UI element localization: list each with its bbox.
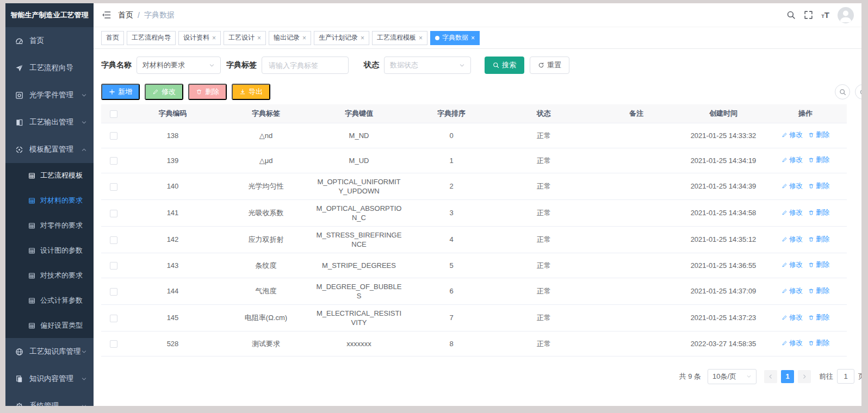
component-icon [15, 91, 23, 99]
sidebar-item-process-output[interactable]: 工艺输出管理 [5, 109, 94, 136]
edit-button[interactable]: 修改 [145, 84, 183, 100]
delete-button[interactable]: 删除 [188, 84, 227, 100]
fullscreen-icon[interactable] [804, 10, 813, 20]
close-icon[interactable]: × [471, 35, 475, 41]
add-button[interactable]: 新增 [101, 84, 140, 100]
gear-icon [15, 402, 23, 406]
font-size-icon[interactable]: TT [821, 11, 829, 19]
current-page-button[interactable]: 1 [781, 370, 794, 383]
sidebar-item-design-drawing-params[interactable]: 设计图的参数 [5, 238, 94, 263]
row-edit-link[interactable]: 修改 [782, 235, 803, 244]
cell-label: 电阻率(Ω.cm) [219, 304, 313, 331]
cell-key: xxxxxxx [313, 331, 405, 356]
reset-button[interactable]: 重置 [530, 57, 569, 74]
row-checkbox[interactable] [110, 262, 117, 270]
row-edit-link[interactable]: 修改 [782, 313, 803, 322]
avatar[interactable] [838, 7, 854, 23]
pencil-icon [782, 288, 788, 294]
tab-output-records[interactable]: 输出记录× [269, 31, 311, 45]
row-delete-link[interactable]: 删除 [808, 182, 829, 191]
close-icon[interactable]: × [419, 35, 423, 41]
row-delete-link[interactable]: 删除 [808, 130, 829, 140]
tab-process-flow-template[interactable]: 工艺流程模板× [372, 31, 427, 45]
tab-dictionary-data[interactable]: 字典数据× [430, 31, 480, 45]
row-edit-link[interactable]: 修改 [782, 260, 803, 270]
sidebar-item-optical-parts[interactable]: 光学零件管理 [5, 82, 94, 109]
dict-name-select[interactable]: 对材料的要求 [137, 57, 221, 74]
dictionary-data-table: 字典编码 字典标签 字典键值 字典排序 状态 备注 创建时间 操作 138 △ [101, 104, 847, 356]
page-size-select[interactable]: 10条/页 [708, 369, 757, 384]
next-page-button[interactable] [798, 370, 811, 383]
tab-process-design[interactable]: 工艺设计× [224, 31, 266, 45]
cell-actions: 修改删除 [764, 173, 847, 199]
row-delete-link[interactable]: 删除 [808, 235, 829, 244]
row-edit-link[interactable]: 修改 [782, 286, 803, 296]
tab-production-plan-records[interactable]: 生产计划记录× [314, 31, 369, 45]
prev-page-button[interactable] [764, 370, 777, 383]
row-edit-link[interactable]: 修改 [782, 130, 803, 140]
sidebar-item-preference-types[interactable]: 偏好设置类型 [5, 313, 94, 338]
row-delete-link[interactable]: 删除 [808, 313, 829, 322]
breadcrumb-home[interactable]: 首页 [118, 10, 133, 20]
row-delete-link[interactable]: 删除 [808, 155, 829, 165]
cell-code: 528 [126, 331, 219, 356]
row-checkbox[interactable] [110, 315, 117, 322]
row-checkbox[interactable] [110, 236, 117, 244]
sidebar-item-part-requirements[interactable]: 对零件的要求 [5, 213, 94, 238]
close-icon[interactable]: × [302, 35, 306, 41]
tab-label: 工艺流程模板 [377, 33, 416, 42]
toggle-search-button[interactable] [835, 84, 850, 99]
sidebar-item-process-flow-template[interactable]: 工艺流程模板 [5, 163, 94, 188]
status-select[interactable]: 数据状态 [384, 57, 471, 74]
row-edit-link[interactable]: 修改 [782, 182, 803, 191]
goto-page-input[interactable] [837, 369, 854, 384]
tab-home[interactable]: 首页 [101, 31, 124, 45]
row-checkbox[interactable] [110, 157, 117, 165]
cell-code: 139 [126, 148, 219, 173]
cell-status: 正常 [498, 173, 590, 199]
row-delete-link[interactable]: 删除 [808, 260, 829, 270]
sidebar-item-knowledge-base[interactable]: 工艺知识库管理 [5, 338, 94, 365]
tab-process-wizard[interactable]: 工艺流程向导 [127, 31, 176, 45]
row-checkbox[interactable] [110, 288, 117, 296]
dict-tag-input[interactable] [268, 61, 343, 70]
row-delete-link[interactable]: 删除 [808, 286, 829, 296]
sidebar-item-material-requirements[interactable]: 对材料的要求 [5, 188, 94, 213]
sidebar-item-system-management[interactable]: 系统管理 [5, 392, 94, 406]
search-icon[interactable] [786, 10, 796, 20]
row-checkbox[interactable] [110, 183, 117, 191]
sidebar-item-label: 工艺输出管理 [29, 117, 81, 127]
filter-status: 状态 数据状态 [364, 57, 471, 74]
close-icon[interactable]: × [257, 35, 261, 41]
close-icon[interactable]: × [361, 35, 364, 41]
cell-label: 光吸收系数 [219, 199, 313, 226]
refresh-table-button[interactable] [855, 84, 861, 99]
cell-sort: 8 [405, 331, 498, 356]
sidebar-collapse-button[interactable] [94, 10, 118, 20]
row-checkbox[interactable] [110, 132, 117, 140]
row-checkbox[interactable] [110, 210, 117, 217]
search-button[interactable]: 搜索 [485, 57, 524, 74]
row-delete-link[interactable]: 删除 [808, 208, 829, 217]
sidebar-item-template-config[interactable]: 模板配置管理 [5, 136, 94, 163]
sidebar-item-home[interactable]: 首页 [5, 27, 94, 54]
sidebar-item-formula-params[interactable]: 公式计算参数 [5, 288, 94, 313]
row-delete-link[interactable]: 删除 [808, 339, 829, 348]
tab-design-data[interactable]: 设计资料× [178, 31, 221, 45]
sidebar-item-process-wizard[interactable]: 工艺流程向导 [5, 54, 94, 82]
edit-button-label: 修改 [162, 87, 176, 97]
close-icon[interactable]: × [212, 35, 216, 41]
dict-tag-input-wrap [262, 57, 349, 74]
pencil-icon [782, 315, 788, 321]
row-checkbox[interactable] [110, 340, 117, 348]
row-edit-link[interactable]: 修改 [782, 208, 803, 217]
cell-actions: 修改删除 [764, 226, 847, 253]
select-all-checkbox[interactable] [110, 110, 117, 118]
cell-remark [590, 304, 683, 331]
sidebar-item-knowledge-content[interactable]: 知识内容管理 [5, 365, 94, 392]
sidebar-item-technical-requirements[interactable]: 对技术的要求 [5, 263, 94, 288]
export-button[interactable]: 导出 [232, 84, 270, 100]
row-edit-link[interactable]: 修改 [782, 155, 803, 165]
row-edit-link[interactable]: 修改 [782, 339, 803, 348]
column-header-actions: 操作 [764, 104, 847, 123]
